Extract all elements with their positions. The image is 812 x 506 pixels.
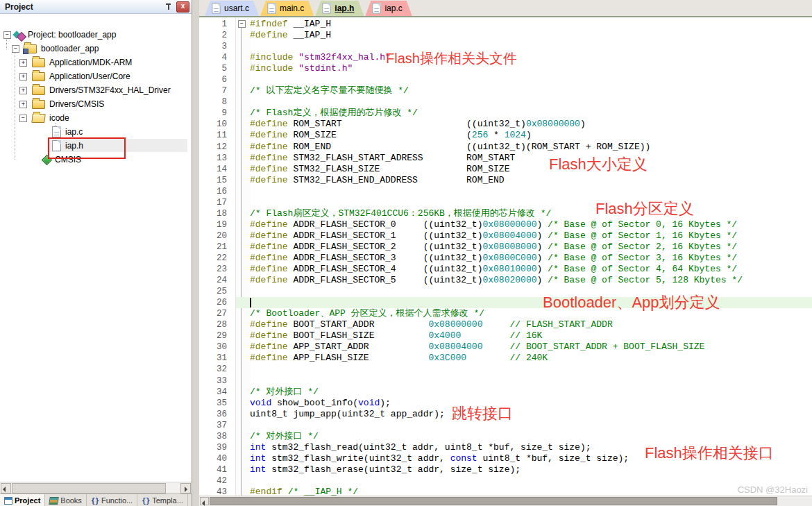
line-number: 41 [199, 464, 227, 475]
pin-icon[interactable] [164, 2, 174, 11]
code-line-31[interactable]: 31#define APP_FLASH_SIZE 0x3C000 // 240K [199, 353, 812, 364]
line-number: 30 [199, 341, 227, 353]
code-line-6[interactable]: 6 [199, 74, 812, 85]
code-segment: /* Base @ of Sector 2, 16 Kbytes */ [548, 242, 737, 252]
code-segment: ROM_START ((uint32_t) [288, 119, 526, 129]
document-tab-iap-h[interactable]: iap.h [315, 1, 364, 16]
code-segment: #define [250, 130, 288, 140]
code-line-15[interactable]: 15#define STM32_FLASH_END_ADDRESS ROM_EN… [199, 175, 812, 186]
tree-expander-expand-icon[interactable]: + [19, 101, 27, 108]
line-number: 13 [199, 153, 227, 164]
scroll-right-arrow-icon[interactable] [180, 483, 191, 494]
tree-expander-collapse-icon[interactable]: − [3, 31, 11, 39]
code-line-41[interactable]: 41int stm32_flash_erase(uint32_t addr, s… [199, 464, 812, 475]
project-panel-header: Project x [0, 0, 192, 14]
file-c-icon [52, 126, 61, 137]
code-view[interactable]: − 1#ifndef __IAP_H2#define __IAP_H34#inc… [199, 17, 812, 496]
code-segment: // FLASH_START_ADDR [509, 319, 612, 330]
code-line-8[interactable]: 8 [199, 96, 812, 108]
tree-item-drivers-cmsis[interactable]: Drivers/CMSIS [32, 97, 107, 111]
tree-item-application-user-core[interactable]: Application/User/Core [32, 69, 133, 83]
bottom-tab-project[interactable]: Project [0, 494, 45, 506]
bottom-tab-functio[interactable]: {}Functio... [87, 494, 137, 506]
scroll-left-arrow-icon[interactable] [1, 483, 11, 494]
code-line-32[interactable]: 32 [199, 364, 812, 375]
code-line-10[interactable]: 10#define ROM_START ((uint32_t)0x0800000… [199, 119, 812, 130]
keil-uvision-window: Project x Project: bootloader_appbootloa… [0, 0, 812, 506]
tree-expander-collapse-icon[interactable]: − [12, 45, 19, 53]
tree-expander-expand-icon[interactable]: + [19, 73, 27, 81]
tree-item-application-mdk-arm[interactable]: Application/MDK-ARM [32, 56, 135, 69]
code-segment: ) [526, 130, 532, 140]
scroll-left-arrow-icon[interactable] [200, 497, 209, 505]
code-segment: ROM_END ((uint32_t)(ROM_START + ROM_SIZE… [288, 142, 651, 152]
document-tab-label: main.c [280, 3, 304, 13]
code-line-12[interactable]: 12#define ROM_END ((uint32_t)(ROM_START … [199, 142, 812, 153]
code-line-42[interactable]: 42 [199, 475, 812, 487]
code-line-30[interactable]: 30#define APP_START_ADDR 0x08004000 // B… [199, 341, 812, 353]
code-line-20[interactable]: 20#define ADDR_FLASH_SECTOR_1 ((uint32_t… [199, 230, 812, 242]
code-line-13[interactable]: 13#define STM32_FLASH_START_ADRESS ROM_S… [199, 153, 812, 164]
code-segment: #define [250, 319, 288, 330]
tree-item-icode[interactable]: icode [32, 111, 72, 125]
code-line-19[interactable]: 19#define ADDR_FLASH_SECTOR_0 ((uint32_t… [199, 219, 812, 230]
tree-item-drivers-stm32f4xx-hal-driver[interactable]: Drivers/STM32F4xx_HAL_Driver [32, 83, 174, 97]
code-segment: 0x08000000 [526, 119, 580, 129]
code-line-14[interactable]: 14#define STM32_FLASH_SIZE ROM_SIZE [199, 164, 812, 175]
editor-horizontal-scrollbar[interactable] [199, 496, 812, 506]
code-line-18[interactable]: 18/* Flash扇区定义，STM32F401CCU6：256KB，根据使用的… [199, 208, 812, 219]
line-number: 39 [199, 442, 227, 453]
editor-scrollbar-thumb[interactable] [210, 497, 777, 505]
code-line-43[interactable]: 43#endif /* __IAP_H */ [199, 487, 812, 496]
code-line-38[interactable]: 38/* 对外接口 */ [199, 431, 812, 442]
fold-toggle-icon[interactable]: − [238, 20, 246, 28]
code-line-16[interactable]: 16 [199, 186, 812, 197]
code-line-17[interactable]: 17 [199, 197, 812, 208]
tree-expander-expand-icon[interactable]: + [19, 59, 27, 67]
csdn-watermark: CSDN @32Haozi [738, 484, 808, 495]
tree-expander-collapse-icon[interactable]: − [19, 115, 27, 122]
panel-splitter[interactable] [192, 0, 199, 506]
code-text: #define STM32_FLASH_SIZE ROM_SIZE [227, 164, 509, 175]
line-number: 38 [199, 431, 227, 442]
document-tab-label: iap.c [384, 3, 402, 13]
folder-icon [32, 86, 45, 95]
target-icon [14, 31, 24, 40]
tree-item-project-bootloader-app[interactable]: Project: bootloader_app [14, 28, 119, 42]
code-line-9[interactable]: 9/* Flash定义，根据使用的芯片修改 */ [199, 108, 812, 119]
project-tab-icon [4, 497, 12, 505]
code-line-11[interactable]: 11#define ROM_SIZE (256 * 1024) [199, 130, 812, 141]
code-line-2[interactable]: 2#define __IAP_H [199, 30, 812, 41]
code-segment [282, 487, 288, 496]
code-line-21[interactable]: 21#define ADDR_FLASH_SECTOR_2 ((uint32_t… [199, 242, 812, 253]
tree-item-bootloader-app[interactable]: bootloader_app [24, 42, 101, 56]
red-annotation-4: Bootloader、App划分定义 [543, 294, 720, 311]
panel-horizontal-scrollbar[interactable] [0, 482, 192, 494]
code-line-24[interactable]: 24#define ADDR_FLASH_SECTOR_5 ((uint32_t… [199, 275, 812, 286]
document-tab-main-c[interactable]: main.c [260, 1, 314, 16]
code-line-28[interactable]: 28#define BOOT_START_ADDR 0x08000000 // … [199, 319, 812, 330]
code-text: #define ADDR_FLASH_SECTOR_3 ((uint32_t)0… [227, 253, 737, 264]
document-tab-usart-c[interactable]: usart.c [205, 1, 259, 16]
code-line-7[interactable]: 7/* 以下宏定义名字尽量不要随便换 */ [199, 85, 812, 96]
panel-scrollbar-thumb[interactable] [12, 483, 166, 494]
tree-item-iap-c[interactable]: iap.c [52, 125, 85, 139]
code-line-22[interactable]: 22#define ADDR_FLASH_SECTOR_3 ((uint32_t… [199, 253, 812, 264]
code-segment: STM32_FLASH_SIZE ROM_SIZE [288, 164, 510, 174]
bottom-tab-templa[interactable]: {}Templa... [137, 494, 188, 506]
code-line-23[interactable]: 23#define ADDR_FLASH_SECTOR_4 ((uint32_t… [199, 264, 812, 275]
tree-expander-expand-icon[interactable]: + [19, 87, 27, 94]
document-tab-iap-c[interactable]: iap.c [365, 1, 412, 16]
code-line-1[interactable]: 1#ifndef __IAP_H [199, 19, 812, 30]
bottom-tab-books[interactable]: Books [45, 494, 87, 506]
code-segment: /* Flash定义，根据使用的芯片修改 */ [250, 108, 418, 118]
code-text: /* 以下宏定义名字尽量不要随便换 */ [227, 85, 409, 96]
code-line-33[interactable]: 33 [199, 376, 812, 387]
code-segment: // BOOT_START_ADDR + BOOT_FLASH_SIZE [509, 341, 704, 352]
code-segment: /* Base @ of Sector 1, 16 Kbytes */ [548, 230, 737, 241]
code-line-29[interactable]: 29#define BOOT_FLASH_SIZE 0x4000 // 16K [199, 330, 812, 341]
code-segment [482, 341, 509, 352]
code-segment: ADDR_FLASH_SECTOR_2 ((uint32_t) [288, 242, 483, 252]
code-line-34[interactable]: 34/* 对外接口 */ [199, 387, 812, 398]
close-panel-button[interactable]: x [176, 1, 189, 12]
